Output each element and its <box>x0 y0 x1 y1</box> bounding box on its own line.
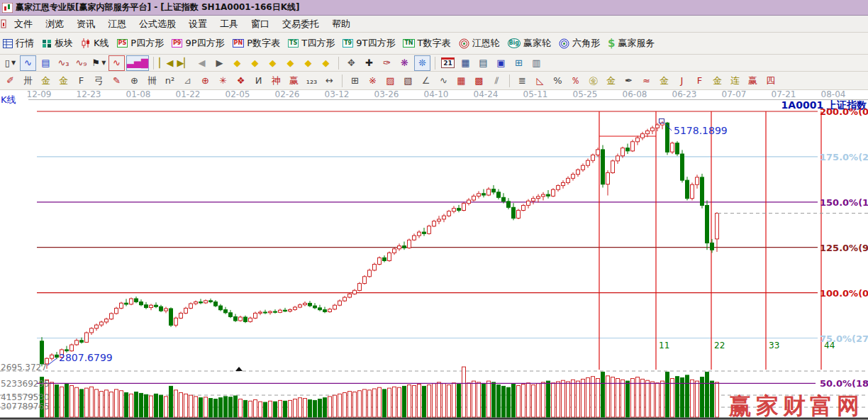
zigzag-tool[interactable]: ∿ <box>20 55 36 71</box>
pen-rocket-tool[interactable]: ✐ <box>2 73 18 89</box>
gann-crosshair-tool[interactable]: ⊕ <box>197 73 213 89</box>
span-arrows-tool[interactable]: ↔ <box>321 73 338 89</box>
gann-wheel-button[interactable]: 江恩轮 <box>459 37 500 50</box>
diamond-shift-right[interactable]: ◆ <box>247 55 263 71</box>
si-angle-tool[interactable]: 四 <box>762 73 779 89</box>
step-forward-button[interactable]: ▶ <box>211 55 228 71</box>
winner-wheel-button[interactable]: Big赢家轮 <box>508 37 552 50</box>
red-grid-tool[interactable]: ▦ <box>453 73 469 89</box>
step-back-button[interactable]: ◀ <box>194 55 210 71</box>
menu-item-5[interactable]: 公式选股 <box>133 16 182 32</box>
sectors-button[interactable]: 板块 <box>42 37 73 50</box>
zoom-pen-tool[interactable]: ✑ <box>379 55 395 71</box>
wave-percent-tool[interactable]: ≈ <box>638 73 655 89</box>
gann-pattern-purple-tool[interactable]: ❋ <box>396 55 413 71</box>
k-mark-tool[interactable]: И <box>250 73 267 89</box>
gann-pattern-blue-tool[interactable]: ❊ <box>414 55 430 71</box>
network-share-button[interactable]: ⊞ <box>511 55 527 71</box>
calculator-button[interactable]: ▦ <box>457 55 474 71</box>
winner-service-button[interactable]: $赢家服务 <box>608 37 655 50</box>
f-ruler-tool[interactable]: F <box>73 73 89 89</box>
position-marker[interactable] <box>235 367 243 371</box>
parallel-lines-tool[interactable]: ⫽ <box>489 73 505 89</box>
t-square-button[interactable]: TST四方形 <box>288 37 335 50</box>
gann-web-tool[interactable]: ❖ <box>233 73 249 89</box>
quotes-button[interactable]: 行情 <box>3 37 34 50</box>
menu-item-1[interactable]: 文件 <box>8 16 39 32</box>
nine-t-square-button[interactable]: T99T四方形 <box>343 37 395 50</box>
menu-item-2[interactable]: 浏览 <box>39 16 70 32</box>
pen-bars-tool[interactable]: ✒ <box>621 73 637 89</box>
spiral-tool[interactable]: 弓 <box>91 73 107 89</box>
gold-line-tool[interactable]: 金 <box>603 73 619 89</box>
gold-gate-tool-b[interactable]: 金 <box>55 73 72 89</box>
red-wave-tool[interactable]: ∿ <box>108 55 125 71</box>
hand-pan-tool[interactable]: ✥ <box>343 55 360 71</box>
menu-item-10[interactable]: 帮助 <box>326 16 357 32</box>
f-angle-tool[interactable]: F <box>691 73 708 89</box>
gold-angle-tool[interactable]: 金 <box>656 73 672 89</box>
circle-ruler-tool[interactable]: ⊕ <box>126 73 143 89</box>
kline-button[interactable]: K线 <box>81 37 109 50</box>
nine-p-square-button[interactable]: P99P四方形 <box>172 37 225 50</box>
title-bar[interactable]: 赢家江恩专业版[赢家内部服务平台] - [上证指数 SH1A0001-166日K… <box>0 0 868 16</box>
gold-line-tool-icon: 金 <box>606 74 616 87</box>
calendar-button[interactable]: 21 <box>440 55 456 71</box>
flag-marker-tool[interactable]: ⚑▼ <box>91 55 107 71</box>
box-handles-tool[interactable]: ⊞ <box>347 73 363 89</box>
angle-lines-tool[interactable]: ∠ <box>418 73 434 89</box>
wave-9-tool[interactable]: ∿₉ <box>73 55 89 71</box>
angle-mirror-tool[interactable]: ⊿ <box>179 73 196 89</box>
skip-to-start-button[interactable]: ▏◀ <box>158 55 174 71</box>
shen-tool[interactable]: 神 <box>268 73 284 89</box>
diamond-expand-all[interactable]: ◆ <box>300 55 316 71</box>
menu-item-6[interactable]: 设置 <box>182 16 213 32</box>
menu-item-7[interactable]: 工具 <box>213 16 245 32</box>
n-squared-tool[interactable]: n² <box>162 73 178 89</box>
menu-item-8[interactable]: 窗口 <box>245 16 276 32</box>
j-angle-tool[interactable]: J <box>674 73 690 89</box>
diamond-expand-h[interactable]: ◆ <box>265 55 281 71</box>
lian-angle-tool[interactable]: 连 <box>727 73 743 89</box>
notes-button[interactable]: ▤ <box>475 55 491 71</box>
menu-item-9[interactable]: 交易委托 <box>276 16 326 32</box>
period-selector[interactable]: ▯▼ <box>2 55 18 71</box>
scale-ruler-tool[interactable]: 卌 <box>144 73 160 89</box>
skip-to-end-button[interactable]: ▶▏ <box>176 55 192 71</box>
wave-v-tool[interactable]: ∿ <box>435 73 452 89</box>
hexagon-button[interactable]: 六角形 <box>559 37 600 50</box>
box-rays-dark-tool[interactable]: ▧ <box>400 73 416 89</box>
t-number-table-button[interactable]: TNT数字表 <box>403 37 450 50</box>
diamond-center[interactable]: ◆ <box>318 55 334 71</box>
box-rays-tool[interactable]: ▨ <box>382 73 399 89</box>
gold-ray-tool[interactable]: 金 <box>709 73 725 89</box>
chart-canvas[interactable]: 12-0912-2301-0801-2202-0502-2603-1203-26… <box>0 90 868 420</box>
gold-circle-tool[interactable]: ㊎ <box>585 73 601 89</box>
percent-triangle-tool[interactable]: ◺ <box>532 73 548 89</box>
percent-line-tool[interactable]: ％ <box>567 73 584 89</box>
remote-computer-button[interactable]: ▥ <box>528 55 545 71</box>
diamond-shrink-h[interactable]: ◆ <box>282 55 299 71</box>
pen-chart-tool[interactable]: ✎ <box>108 73 125 89</box>
ying-angle-tool[interactable]: 赢 <box>745 73 761 89</box>
gold-gate-tool-a[interactable]: 金 <box>38 73 54 89</box>
ray-fan-tool[interactable]: ※ <box>365 73 381 89</box>
ying-tool[interactable]: 赢 <box>286 73 302 89</box>
menu-item-4[interactable]: 江恩 <box>101 16 133 32</box>
save-button[interactable]: ▣ <box>493 55 509 71</box>
info-panel-button[interactable]: ▤ <box>38 55 54 71</box>
level-chart-tool[interactable]: ≣ <box>514 73 530 89</box>
p-square-button[interactable]: PSP四方形 <box>117 37 164 50</box>
gann-star-tool[interactable]: ✳ <box>215 73 231 89</box>
p-number-table-button[interactable]: PNP数字表 <box>233 37 280 50</box>
red-grid-dense-tool[interactable]: ▩ <box>471 73 487 89</box>
box-handles-tool-icon: ⊞ <box>351 75 359 86</box>
menu-item-3[interactable]: 资讯 <box>70 16 101 32</box>
percent-tool[interactable]: % <box>550 73 566 89</box>
tick-ruler-tool[interactable]: 卅 <box>20 73 36 89</box>
color-histogram-tool[interactable]: ▃▅▇ <box>126 55 149 71</box>
ruler-123-tool[interactable]: ₁₂₃ <box>304 73 320 89</box>
wave-3-tool[interactable]: ∿₃ <box>55 55 72 71</box>
crosshair-tool[interactable]: ✚ <box>361 55 377 71</box>
diamond-shift-left[interactable]: ◆ <box>229 55 245 71</box>
